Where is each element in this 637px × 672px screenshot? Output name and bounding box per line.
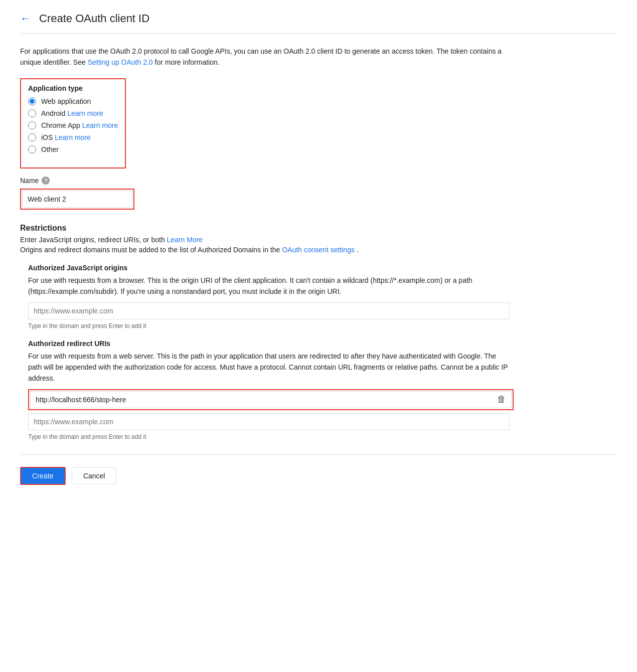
ios-learn-more-link[interactable]: Learn more xyxy=(55,133,91,141)
name-section: Name ? xyxy=(20,177,617,210)
period: . xyxy=(357,246,359,254)
name-label: Name xyxy=(20,177,39,185)
page-header: ← Create OAuth client ID xyxy=(20,12,617,34)
restrictions-title: Restrictions xyxy=(20,224,617,233)
name-help-icon[interactable]: ? xyxy=(42,177,50,185)
back-arrow-icon: ← xyxy=(20,12,31,25)
radio-chrome-label: Chrome App xyxy=(41,121,82,129)
name-input-wrapper xyxy=(20,189,134,210)
radio-item-chrome: Chrome App Learn more xyxy=(28,121,118,129)
radio-other[interactable] xyxy=(28,145,36,153)
redirect-uri-new-row xyxy=(28,413,617,430)
application-type-label: Application type xyxy=(28,84,118,92)
page-title: Create OAuth client ID xyxy=(39,12,149,25)
application-type-section: Application type Web application Android… xyxy=(20,78,126,169)
button-row: Create Cancel xyxy=(20,467,617,485)
oauth-setup-link[interactable]: Setting up OAuth 2.0 xyxy=(88,58,153,66)
radio-item-ios: iOS Learn more xyxy=(28,133,118,141)
js-origins-input[interactable] xyxy=(28,302,510,319)
description-text-after: for more information. xyxy=(155,58,220,66)
js-origins-input-row xyxy=(28,302,617,319)
redirect-uri-row-1: 🗑 xyxy=(30,391,512,408)
page-container: ← Create OAuth client ID For application… xyxy=(0,0,637,505)
redirect-uri-new-input[interactable] xyxy=(28,413,510,430)
application-type-radio-group: Web application Android Learn more Chrom… xyxy=(28,97,118,153)
restrictions-origins-desc: Origins and redirect domains must be add… xyxy=(20,246,617,254)
restrictions-desc-text: Enter JavaScript origins, redirect URIs,… xyxy=(20,236,167,244)
consent-settings-link[interactable]: OAuth consent settings xyxy=(282,246,355,254)
redirect-uris-section: Authorized redirect URIs For use with re… xyxy=(28,340,617,440)
redirect-uri-input-1[interactable] xyxy=(31,392,492,408)
radio-web[interactable] xyxy=(28,97,36,105)
restrictions-section: Restrictions Enter JavaScript origins, r… xyxy=(20,224,617,440)
redirect-uris-description: For use with requests from a web server.… xyxy=(28,351,510,384)
name-label-row: Name ? xyxy=(20,177,617,185)
radio-item-android: Android Learn more xyxy=(28,109,118,117)
restrictions-desc: Enter JavaScript origins, redirect URIs,… xyxy=(20,236,617,244)
radio-item-web: Web application xyxy=(28,97,118,105)
chrome-learn-more-link[interactable]: Learn more xyxy=(82,121,118,129)
cancel-button[interactable]: Cancel xyxy=(72,467,117,484)
radio-chrome[interactable] xyxy=(28,121,36,129)
radio-android[interactable] xyxy=(28,109,36,117)
back-button[interactable]: ← xyxy=(20,12,31,25)
js-origins-section: Authorized JavaScript origins For use wi… xyxy=(28,264,617,329)
radio-ios[interactable] xyxy=(28,133,36,141)
radio-item-other: Other xyxy=(28,145,118,153)
create-button[interactable]: Create xyxy=(20,467,66,485)
js-origins-description: For use with requests from a browser. Th… xyxy=(28,275,510,297)
origins-desc-text: Origins and redirect domains must be add… xyxy=(20,246,282,254)
name-input[interactable] xyxy=(22,191,132,208)
radio-android-label: Android xyxy=(41,109,67,117)
js-origins-title: Authorized JavaScript origins xyxy=(28,264,617,272)
radio-ios-label: iOS xyxy=(41,133,55,141)
radio-other-label: Other xyxy=(41,145,59,153)
js-origins-hint: Type in the domain and press Enter to ad… xyxy=(28,322,617,329)
radio-web-label: Web application xyxy=(41,97,91,105)
restrictions-learn-more-link[interactable]: Learn More xyxy=(167,236,203,244)
redirect-uris-title: Authorized redirect URIs xyxy=(28,340,617,348)
delete-redirect-uri-icon[interactable]: 🗑 xyxy=(492,394,511,405)
android-learn-more-link[interactable]: Learn more xyxy=(67,109,103,117)
redirect-uri-hint: Type in the domain and press Enter to ad… xyxy=(28,433,617,440)
redirect-uri-box: 🗑 xyxy=(28,389,514,410)
page-description: For applications that use the OAuth 2.0 … xyxy=(20,46,512,68)
divider xyxy=(20,454,617,455)
